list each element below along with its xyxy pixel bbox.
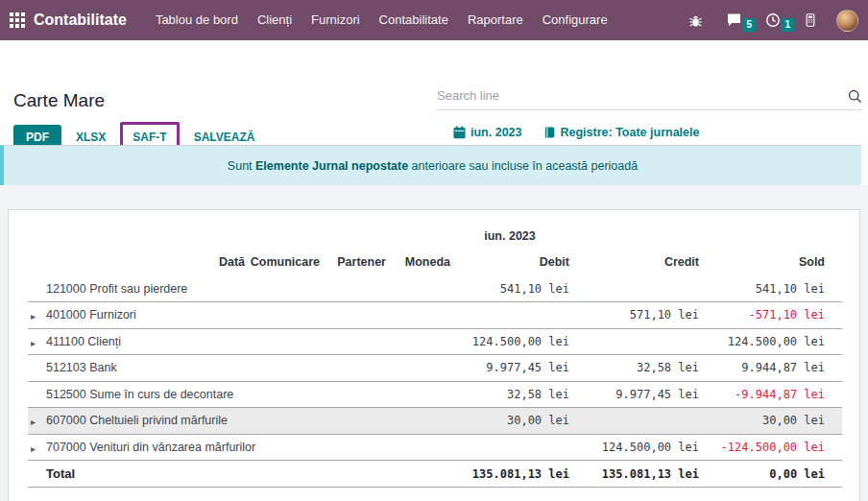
balance-cell: 30,00 lei — [699, 408, 825, 435]
expand-caret-icon[interactable]: ▸ — [31, 417, 36, 427]
debit-cell: 541,10 lei — [450, 275, 569, 302]
nav-item-accounting[interactable]: Contabilitate — [370, 0, 458, 40]
col-header-balance: Sold — [699, 250, 825, 275]
filter-period[interactable]: iun. 2023 — [453, 126, 522, 139]
ledger-table: iun. 2023 Dată Comunicare Partener Moned… — [28, 229, 842, 488]
col-header-credit: Credit — [569, 250, 699, 275]
top-nav-bar: Contabilitate Tablou de bord Clienți Fur… — [0, 0, 868, 40]
search-input[interactable] — [437, 86, 840, 103]
col-header-partner: Partener — [320, 250, 386, 275]
account-row[interactable]: 512500 Sume în curs de decontare 32,58 l… — [28, 381, 842, 408]
nav-item-reporting[interactable]: Raportare — [458, 0, 533, 40]
expand-caret-icon[interactable]: ▸ — [31, 311, 36, 322]
filter-journals[interactable]: Registre: Toate jurnalele — [543, 126, 700, 139]
account-row[interactable]: 512103 Bank 9.977,45 lei 32,58 lei 9.944… — [28, 355, 842, 382]
user-avatar[interactable] — [836, 10, 858, 32]
account-row[interactable]: ▸ 401000 Furnizori 571,10 lei -571,10 le… — [28, 302, 842, 329]
calendar-icon — [453, 126, 466, 139]
ledger-table-head: iun. 2023 Dată Comunicare Partener Moned… — [28, 229, 842, 275]
bug-icon[interactable] — [677, 13, 714, 28]
credit-cell: 571,10 lei — [569, 302, 699, 329]
search-icon[interactable] — [848, 89, 862, 107]
credit-cell — [569, 328, 699, 355]
total-credit: 135.081,13 lei — [569, 461, 699, 488]
balance-cell: 541,10 lei — [699, 275, 825, 302]
mobile-device-icon[interactable] — [792, 12, 829, 28]
unposted-entries-banner: Sunt Elemente Jurnal nepostate anterioar… — [0, 145, 861, 185]
banner-text-prefix: Sunt — [228, 159, 255, 173]
total-row: Total 135.081,13 lei 135.081,13 lei 0,00… — [28, 461, 842, 488]
account-name[interactable]: 607000 Cheltuieli privind mărfurile — [46, 408, 450, 435]
credit-cell: 124.500,00 lei — [569, 434, 699, 461]
nav-menu: Tablou de bord Clienți Furnizori Contabi… — [146, 0, 617, 40]
account-name[interactable]: 411100 Clienți — [46, 328, 450, 355]
ledger-table-footer: Total 135.081,13 lei 135.081,13 lei 0,00… — [28, 461, 842, 488]
account-row[interactable]: ▸ 607000 Cheltuieli privind mărfurile 30… — [28, 408, 842, 435]
period-header-row: iun. 2023 — [28, 229, 842, 250]
credit-cell: 9.977,45 lei — [569, 381, 699, 408]
account-name[interactable]: 707000 Venituri din vânzarea mărfurilor — [46, 434, 450, 461]
debit-cell: 9.977,45 lei — [450, 355, 569, 382]
account-name[interactable]: 512103 Bank — [46, 355, 450, 382]
nav-item-vendors[interactable]: Furnizori — [301, 0, 370, 40]
nav-item-configuration[interactable]: Configurare — [533, 0, 617, 40]
credit-cell — [569, 408, 699, 435]
credit-cell — [569, 275, 699, 302]
activities-clock-icon[interactable]: 1 — [754, 12, 792, 28]
credit-cell: 32,58 lei — [569, 355, 699, 382]
balance-cell: 9.944,87 lei — [699, 355, 825, 382]
ledger-card: iun. 2023 Dată Comunicare Partener Moned… — [8, 209, 860, 501]
messages-icon[interactable]: 5 — [714, 12, 754, 28]
account-row[interactable]: ▸ 707000 Venituri din vânzarea mărfurilo… — [28, 434, 842, 461]
account-name[interactable]: 512500 Sume în curs de decontare — [46, 381, 450, 408]
balance-cell: -9.944,87 lei — [699, 381, 825, 408]
banner-text-suffix: anterioare sau incluse în această perioa… — [408, 159, 638, 173]
account-row[interactable]: 121000 Profit sau pierdere 541,10 lei 54… — [28, 275, 842, 302]
nav-systray: 5 1 — [677, 0, 862, 40]
apps-grid-icon[interactable] — [10, 12, 25, 28]
col-header-debit: Debit — [450, 250, 569, 275]
debit-cell — [450, 302, 569, 329]
account-name[interactable]: 401000 Furnizori — [46, 302, 450, 329]
expand-caret-icon[interactable]: ▸ — [31, 338, 36, 348]
balance-cell: -571,10 lei — [699, 302, 825, 329]
debit-cell: 124.500,00 lei — [450, 328, 569, 355]
expand-caret-icon[interactable]: ▸ — [31, 443, 36, 454]
column-header-row: Dată Comunicare Partener Moneda Debit Cr… — [28, 250, 842, 275]
search-bar — [437, 86, 862, 110]
journal-book-icon — [543, 126, 556, 139]
filter-row-1: iun. 2023 Registre: Toate jurnalele — [453, 126, 699, 139]
unposted-entries-link[interactable]: Elemente Jurnal nepostate — [255, 159, 408, 173]
total-debit: 135.081,13 lei — [450, 461, 569, 488]
total-balance: 0,00 lei — [699, 461, 825, 488]
control-panel: Carte Mare PDF XLSX SAF-T SALVEAZĂ iun. … — [0, 40, 868, 145]
balance-cell: 124.500,00 lei — [699, 328, 825, 355]
col-header-currency: Moneda — [386, 250, 450, 275]
debit-cell: 32,58 lei — [450, 381, 569, 408]
nav-item-customers[interactable]: Clienți — [248, 0, 301, 40]
report-content-area: iun. 2023 Dată Comunicare Partener Moned… — [0, 185, 868, 501]
nav-item-dashboard[interactable]: Tablou de bord — [146, 0, 248, 40]
app-name[interactable]: Contabilitate — [34, 12, 127, 29]
account-row[interactable]: ▸ 411100 Clienți 124.500,00 lei 124.500,… — [28, 328, 842, 355]
page-title: Carte Mare — [13, 90, 105, 111]
debit-cell — [450, 434, 569, 461]
account-name[interactable]: 121000 Profit sau pierdere — [46, 275, 450, 302]
col-header-communication: Comunicare — [245, 250, 320, 275]
ledger-table-body: 121000 Profit sau pierdere 541,10 lei 54… — [28, 275, 842, 461]
balance-cell: -124.500,00 lei — [699, 434, 825, 461]
saft-button[interactable]: SAF-T — [129, 128, 170, 147]
period-header: iun. 2023 — [450, 229, 569, 250]
col-header-date: Dată — [46, 250, 245, 275]
debit-cell: 30,00 lei — [450, 408, 569, 435]
total-label: Total — [46, 461, 450, 488]
